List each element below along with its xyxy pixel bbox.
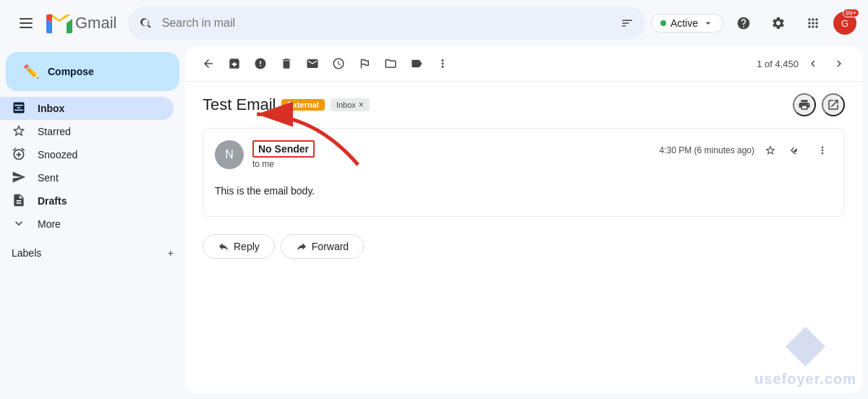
sidebar-item-label: More (38, 218, 61, 230)
star-message-button[interactable] (760, 140, 780, 160)
svg-rect-2 (20, 27, 33, 28)
sender-avatar: N (215, 140, 244, 169)
sidebar-item-label: Inbox (38, 103, 64, 114)
menu-icon[interactable] (12, 9, 41, 38)
compose-label: Compose (48, 66, 94, 77)
labels-header: Labels + (12, 247, 174, 259)
to-me: to me (252, 159, 660, 169)
watermark: usefoyer.com (754, 327, 856, 387)
send-icon (12, 170, 26, 186)
topbar-right: Active G 99+ (651, 9, 856, 38)
inbox-icon (12, 100, 26, 117)
reply-all-button[interactable] (786, 140, 807, 160)
sidebar-item-snoozed[interactable]: Snoozed (0, 143, 174, 166)
message-time: 4:30 PM (6 minutes ago) (660, 140, 833, 160)
reply-actions: Reply Forward (203, 234, 845, 259)
label-button[interactable] (405, 52, 428, 75)
compose-button[interactable]: ✏️ Compose (6, 52, 179, 91)
tag-external: External (281, 99, 324, 111)
watermark-text: usefoyer.com (754, 371, 856, 387)
star-icon (12, 124, 26, 140)
sidebar-item-inbox[interactable]: Inbox (0, 97, 174, 120)
sender-name: No Sender (252, 140, 315, 158)
svg-rect-0 (20, 18, 33, 20)
timestamp: 4:30 PM (6 minutes ago) (660, 145, 754, 155)
message-header: N No Sender to me 4:30 PM (6 minutes ago… (215, 140, 833, 169)
chevron-down-icon (702, 17, 714, 29)
spam-button[interactable] (249, 52, 272, 75)
sidebar-item-sent[interactable]: Sent (0, 166, 174, 189)
next-button[interactable] (827, 52, 851, 75)
drafts-icon (12, 193, 26, 210)
move-button[interactable] (379, 52, 402, 75)
gmail-logo: Gmail (46, 13, 116, 33)
search-options-icon[interactable] (621, 16, 634, 30)
email-subject: Test Email (203, 95, 276, 114)
archive-button[interactable] (223, 52, 246, 75)
sender-initial: N (225, 148, 234, 161)
avatar-badge: 99+ (843, 9, 859, 17)
chevron-down-icon (12, 216, 26, 233)
sidebar: ✏️ Compose Inbox Starred Snoozed (0, 46, 185, 399)
sidebar-item-starred[interactable]: Starred (0, 120, 174, 143)
active-status-badge[interactable]: Active (651, 14, 723, 33)
active-dot (660, 20, 666, 26)
expand-button[interactable] (822, 93, 845, 116)
active-label: Active (671, 17, 698, 29)
forward-label: Forward (312, 241, 349, 252)
mark-unread-button[interactable] (301, 52, 324, 75)
snooze-button[interactable] (327, 52, 350, 75)
svg-rect-1 (20, 22, 33, 24)
compose-pencil-icon: ✏️ (23, 64, 39, 80)
email-subject-row: Test Email External Inbox × (203, 93, 845, 116)
labels-add-button[interactable]: + (168, 247, 174, 259)
sidebar-item-label: Drafts (38, 195, 67, 207)
watermark-diamond (786, 327, 825, 366)
search-input[interactable] (162, 17, 612, 30)
tag-inbox-label: Inbox (336, 100, 356, 109)
back-button[interactable] (197, 52, 220, 75)
gmail-logo-text: Gmail (75, 14, 116, 33)
reply-label: Reply (234, 241, 260, 252)
sidebar-item-label: Sent (38, 172, 59, 184)
message-card: N No Sender to me 4:30 PM (6 minutes ago… (203, 128, 845, 217)
email-toolbar: 1 of 4,450 (185, 46, 862, 82)
print-button[interactable] (793, 93, 816, 116)
delete-button[interactable] (275, 52, 298, 75)
search-bar[interactable] (128, 7, 644, 40)
sidebar-item-label: Starred (38, 126, 71, 137)
tag-inbox-remove[interactable]: × (359, 100, 364, 110)
snooze-icon (12, 147, 26, 163)
sender-info: No Sender to me (252, 140, 660, 169)
forward-button[interactable]: Forward (281, 234, 364, 259)
task-button[interactable] (353, 52, 376, 75)
tag-inbox[interactable]: Inbox × (331, 98, 370, 111)
message-body: This is the email body. (215, 178, 833, 205)
apps-icon[interactable] (799, 9, 827, 38)
message-more-button[interactable] (812, 140, 833, 160)
main-layout: ✏️ Compose Inbox Starred Snoozed (0, 46, 868, 399)
more-button[interactable] (431, 52, 454, 75)
topbar: Gmail Active G 99+ (0, 0, 868, 46)
search-icon (140, 16, 153, 30)
avatar[interactable]: G 99+ (833, 12, 856, 35)
reply-button[interactable]: Reply (203, 234, 275, 259)
pagination-text: 1 of 4,450 (757, 59, 799, 69)
settings-icon[interactable] (764, 9, 793, 38)
sidebar-item-label: Snoozed (38, 149, 77, 160)
labels-title: Labels (12, 247, 41, 259)
sender-name-row: No Sender (252, 140, 660, 158)
help-icon[interactable] (729, 9, 758, 38)
sidebar-item-drafts[interactable]: Drafts (0, 189, 174, 213)
prev-button[interactable] (801, 52, 825, 75)
labels-section: Labels + (0, 236, 185, 265)
sidebar-item-more[interactable]: More (0, 213, 174, 236)
